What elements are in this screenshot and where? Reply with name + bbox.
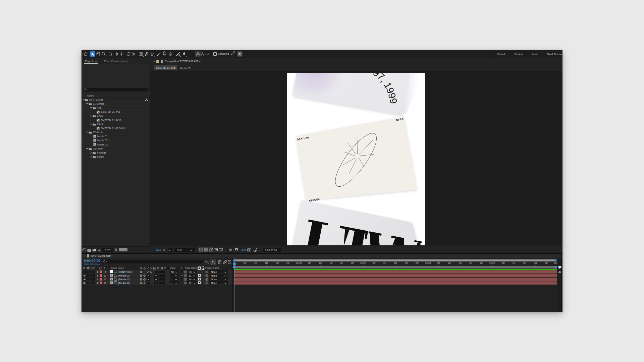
svg-text:fx: fx — [150, 270, 152, 274]
svg-text:+0.0: +0.0 — [240, 249, 246, 252]
